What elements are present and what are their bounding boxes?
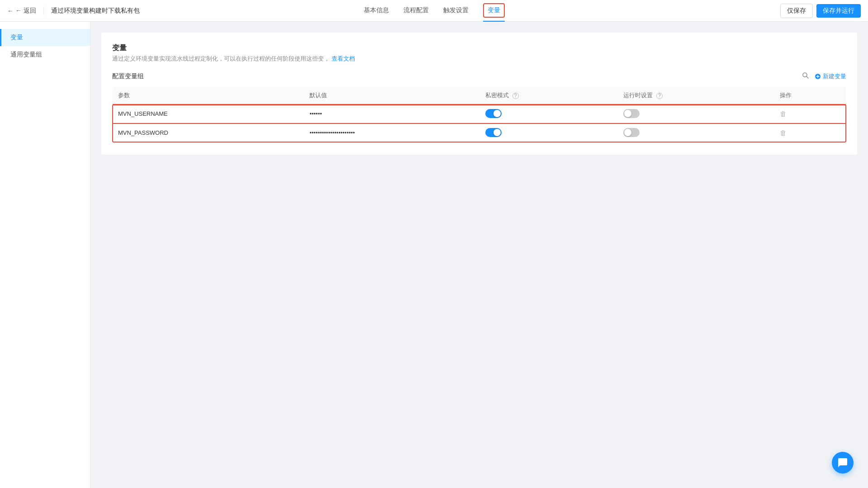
action-cell: 🗑 <box>774 123 846 142</box>
table-row: MVN_PASSWORD •••••••••••••••••••••• <box>113 123 846 142</box>
table-container: 参数 默认值 私密模式 ? 运行时设置 ? <box>112 86 846 142</box>
secret-help-icon[interactable]: ? <box>512 93 519 99</box>
param-cell: MVN_PASSWORD <box>113 123 304 142</box>
tab-trigger[interactable]: 触发设置 <box>443 0 469 22</box>
action-cell: 🗑 <box>774 104 846 123</box>
sidebar-item-common-group[interactable]: 通用变量组 <box>0 46 90 63</box>
col-header-param: 参数 <box>113 87 304 104</box>
main-content: 变量 通过定义环境变量实现流水线过程定制化，可以在执行过程的任何阶段使用这些变，… <box>90 22 868 488</box>
secret-toggle-on[interactable] <box>485 109 502 118</box>
sidebar: 变量 通用变量组 <box>0 22 90 488</box>
secret-toggle-cell <box>480 104 618 123</box>
back-button[interactable]: ← ← 返回 <box>7 7 44 15</box>
back-arrow-icon: ← <box>7 7 14 14</box>
delete-icon[interactable]: 🗑 <box>780 129 787 137</box>
var-group-title: 配置变量组 <box>112 72 144 81</box>
runtime-toggle-cell <box>618 104 774 123</box>
content-card: 变量 通过定义环境变量实现流水线过程定制化，可以在执行过程的任何阶段使用这些变，… <box>101 33 857 155</box>
col-header-runtime: 运行时设置 ? <box>618 87 774 104</box>
save-only-button[interactable]: 仅保存 <box>780 4 813 18</box>
runtime-toggle-cell <box>618 123 774 142</box>
sidebar-item-variable[interactable]: 变量 <box>0 29 90 46</box>
default-value-cell: •••••• <box>304 104 479 123</box>
variable-table: 参数 默认值 私密模式 ? 运行时设置 ? <box>112 86 846 142</box>
toggle-knob <box>624 110 631 117</box>
toggle-knob <box>624 129 631 136</box>
tab-basic[interactable]: 基本信息 <box>364 0 389 22</box>
default-value-cell: •••••••••••••••••••••• <box>304 123 479 142</box>
runtime-toggle-off[interactable] <box>623 128 640 137</box>
save-run-button[interactable]: 保存并运行 <box>816 4 861 18</box>
toggle-knob <box>493 110 501 117</box>
runtime-help-icon[interactable]: ? <box>656 93 663 99</box>
tab-pipeline[interactable]: 流程配置 <box>403 0 429 22</box>
param-cell: MVN_USERNAME <box>113 104 304 123</box>
col-header-action: 操作 <box>774 87 846 104</box>
search-icon[interactable] <box>802 72 809 81</box>
svg-line-1 <box>806 76 808 78</box>
col-header-secret: 私密模式 ? <box>480 87 618 104</box>
toggle-knob <box>493 129 501 136</box>
var-group-actions: 新建变量 <box>802 72 846 81</box>
nav-tabs: 基本信息 流程配置 触发设置 变量 <box>364 0 505 22</box>
delete-icon[interactable]: 🗑 <box>780 110 787 118</box>
doc-link[interactable]: 查看文档 <box>332 55 355 62</box>
tab-variable[interactable]: 变量 <box>483 0 505 22</box>
section-desc: 通过定义环境变量实现流水线过程定制化，可以在执行过程的任何阶段使用这些变， 查看… <box>112 55 846 63</box>
col-header-default: 默认值 <box>304 87 479 104</box>
runtime-toggle-off[interactable] <box>623 109 640 118</box>
top-actions: 仅保存 保存并运行 <box>780 4 861 18</box>
secret-toggle-on[interactable] <box>485 128 502 137</box>
table-row: MVN_USERNAME •••••• <box>113 104 846 123</box>
var-group-header: 配置变量组 新建变量 <box>112 72 846 81</box>
new-var-button[interactable]: 新建变量 <box>815 72 846 81</box>
secret-toggle-cell <box>480 123 618 142</box>
chat-fab[interactable] <box>832 452 854 474</box>
top-nav: ← ← 返回 通过环境变量构建时下载私有包 基本信息 流程配置 触发设置 变量 … <box>0 0 868 22</box>
layout: 变量 通用变量组 变量 通过定义环境变量实现流水线过程定制化，可以在执行过程的任… <box>0 22 868 488</box>
back-label: ← 返回 <box>15 7 36 15</box>
new-var-label: 新建变量 <box>823 72 846 81</box>
section-title: 变量 <box>112 43 846 53</box>
